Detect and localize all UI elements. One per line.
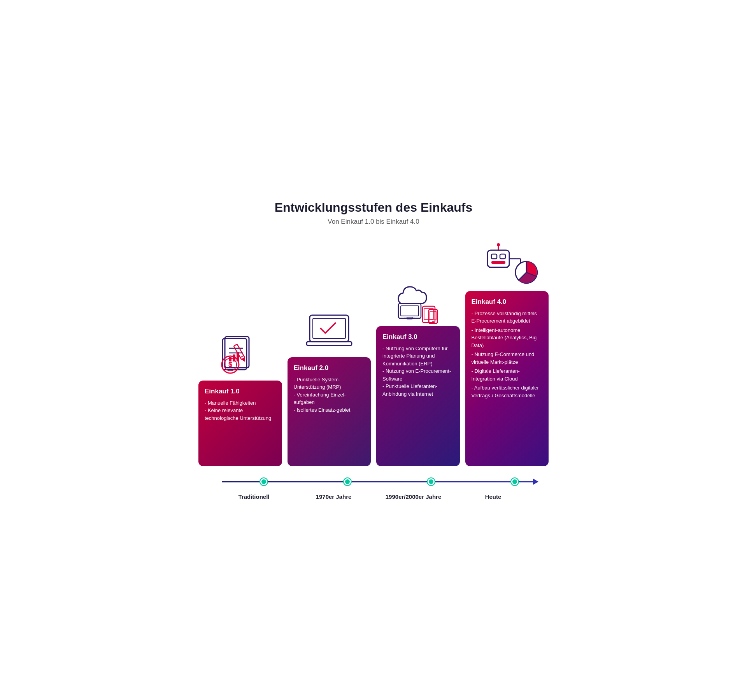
laptop-icon [306, 311, 352, 354]
page-subtitle: Von Einkauf 1.0 bis Einkauf 4.0 [198, 218, 549, 226]
icon-area-1: $ [198, 331, 282, 377]
document-money-icon: $ [219, 333, 261, 377]
timeline-arrow-icon [533, 479, 538, 485]
timeline-label-3: 1990er/2000er Jahre [374, 493, 453, 500]
svg-rect-31 [500, 254, 505, 259]
svg-marker-11 [242, 358, 247, 363]
timeline-line [222, 481, 533, 482]
card-list-4: - Prozesse vollständig mittels E-Procure… [472, 310, 543, 400]
card-title-3: Einkauf 3.0 [382, 333, 454, 341]
svg-point-28 [497, 243, 500, 246]
timeline-dot-1 [260, 478, 267, 485]
card-einkauf-2: Einkauf 2.0 - Punktuelle System-Unterstü… [288, 357, 371, 466]
svg-text:$: $ [228, 361, 232, 368]
timeline-section: Traditionell 1970er Jahre 1990er/2000er … [198, 477, 549, 500]
bar-column-2: Einkauf 2.0 - Punktuelle System-Unterstü… [288, 307, 371, 466]
timeline-labels: Traditionell 1970er Jahre 1990er/2000er … [206, 493, 541, 500]
card-list-1: - Manuelle Fähigkeiten - Keine relevante… [205, 399, 276, 422]
icon-area-2 [288, 307, 371, 354]
timeline-dot-2 [344, 478, 351, 485]
card-title-2: Einkauf 2.0 [294, 364, 365, 372]
bar-column-4: Einkauf 4.0 - Prozesse vollständig mitte… [465, 241, 549, 466]
svg-point-26 [432, 321, 434, 323]
card-list-3: - Nutzung von Computern für integrierte … [382, 345, 454, 398]
svg-rect-29 [487, 250, 509, 267]
timeline-dot-3 [428, 478, 435, 485]
timeline-label-1: Traditionell [214, 493, 294, 500]
bar-column-3: Einkauf 3.0 - Nutzung von Computern für … [376, 276, 460, 466]
icon-area-3 [376, 276, 460, 323]
header: Entwicklungsstufen des Einkaufs Von Eink… [198, 200, 549, 226]
card-list-2: - Punktuelle System-Unterstützung (MRP) … [294, 376, 365, 414]
timeline-line-container [206, 477, 541, 486]
bars-section: $ Einkauf 1.0 - Manuelle Fähigkeiten - K… [198, 241, 549, 466]
page-title: Entwicklungsstufen des Einkaufs [198, 200, 549, 215]
timeline-label-4: Heute [453, 493, 533, 500]
svg-rect-18 [401, 306, 419, 316]
icon-area-4 [465, 241, 549, 288]
svg-rect-15 [307, 342, 352, 346]
page-container: Entwicklungsstufen des Einkaufs Von Eink… [198, 200, 549, 500]
card-title-4: Einkauf 4.0 [472, 298, 543, 306]
svg-rect-32 [491, 261, 505, 264]
svg-line-12 [240, 355, 244, 357]
timeline-label-2: 1970er Jahre [294, 493, 374, 500]
card-einkauf-4: Einkauf 4.0 - Prozesse vollständig mitte… [465, 291, 549, 466]
cloud-devices-icon [391, 278, 445, 323]
card-einkauf-3: Einkauf 3.0 - Nutzung von Computern für … [376, 326, 460, 466]
robot-icon [476, 243, 538, 288]
bar-column-1: $ Einkauf 1.0 - Manuelle Fähigkeiten - K… [198, 331, 282, 466]
svg-rect-30 [491, 254, 497, 259]
card-einkauf-1: Einkauf 1.0 - Manuelle Fähigkeiten - Kei… [198, 381, 282, 466]
card-title-1: Einkauf 1.0 [205, 388, 276, 395]
timeline-dot-4 [511, 478, 518, 485]
